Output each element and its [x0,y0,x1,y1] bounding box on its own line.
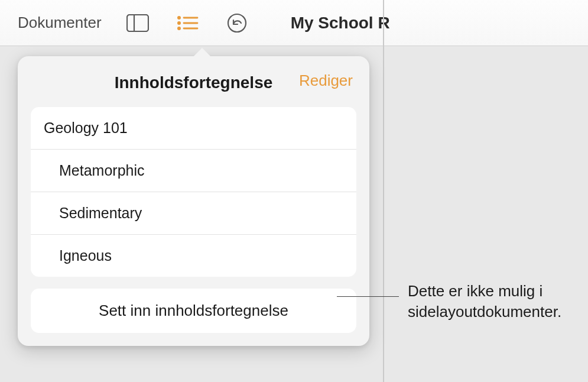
toc-button[interactable] [168,8,207,38]
insert-toc-button[interactable]: Sett inn innholdsfortegnelse [31,289,356,333]
sidebar-icon [126,14,149,32]
toc-popover: Innholdsfortegnelse Rediger Geology 101 … [18,56,369,346]
panel-divider [383,0,384,382]
toc-item[interactable]: Sedimentary [31,192,356,235]
toc-item[interactable]: Igneous [31,235,356,277]
svg-point-4 [177,21,181,25]
sidebar-toggle-button[interactable] [118,8,157,38]
toc-item[interactable]: Geology 101 [31,107,356,150]
undo-icon [226,12,248,34]
toc-list: Geology 101 Metamorphic Sedimentary Igne… [31,107,356,277]
toolbar: Dokumenter My School R [0,0,588,46]
back-button[interactable]: Dokumenter [18,14,102,32]
callout-annotation: Dette er ikke mulig i sidelayoutdokument… [408,281,585,322]
popover-header: Innholdsfortegnelse Rediger [31,70,356,95]
svg-point-6 [177,27,181,30]
document-title: My School R [291,14,390,33]
callout-leader-line [337,296,399,297]
toc-item[interactable]: Metamorphic [31,150,356,192]
popover-title: Innholdsfortegnelse [115,73,273,92]
svg-point-8 [228,14,246,32]
svg-point-2 [177,16,181,20]
list-bullets-icon [176,14,199,32]
svg-rect-0 [127,15,148,31]
callout-text-line1: Dette er ikke mulig i [408,282,542,300]
callout-text-line2: sidelayoutdokumenter. [408,303,561,321]
edit-button[interactable]: Rediger [299,72,353,90]
undo-button[interactable] [217,8,256,38]
